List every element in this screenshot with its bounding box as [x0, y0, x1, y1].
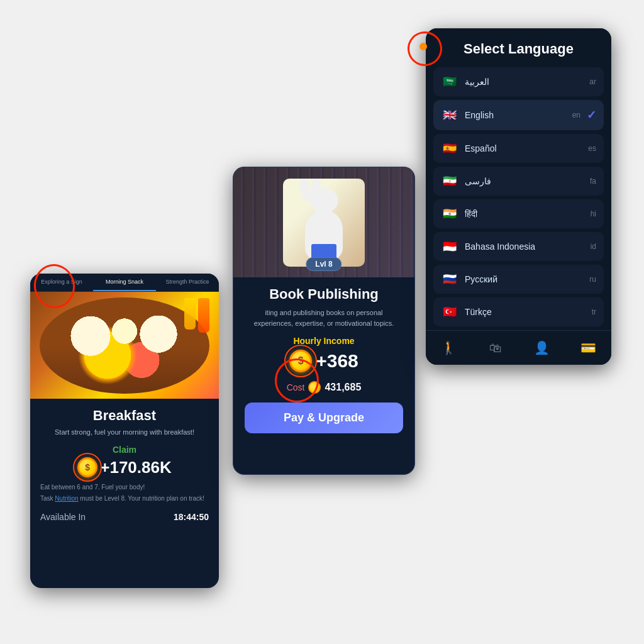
flag-en: 🇬🇧 [441, 109, 458, 121]
rabbit-art [283, 179, 365, 267]
nav-bag-icon[interactable]: 🛍 [487, 339, 504, 357]
language-title: Select Language [437, 41, 600, 57]
lang-item-fa[interactable]: 🇮🇷 فارسی fa [433, 167, 604, 196]
cost-coin-icon [308, 381, 321, 394]
cost-label: Cost [287, 382, 305, 392]
lang-name-ru: Русский [465, 274, 583, 284]
lang-item-es[interactable]: 🇪🇸 Español es [433, 134, 604, 163]
language-card: Select Language 🇸🇦 العربية ar 🇬🇧 English… [426, 28, 611, 365]
flag-hi: 🇮🇳 [441, 208, 458, 220]
rabbit-head [310, 188, 338, 213]
lang-item-id[interactable]: 🇮🇩 Bahasa Indonesia id [433, 232, 604, 261]
lang-name-id: Bahasa Indonesia [465, 242, 584, 252]
flag-ru: 🇷🇺 [441, 273, 458, 286]
lang-code-fa: fa [590, 177, 596, 186]
flag-fa: 🇮🇷 [441, 175, 458, 187]
nav-person-icon[interactable]: 👤 [533, 339, 550, 357]
breakfast-title: Breakfast [40, 408, 209, 424]
cost-amount: 431,685 [325, 382, 361, 393]
lang-item-hi[interactable]: 🇮🇳 हिंदी hi [433, 199, 604, 228]
lang-code-ru: ru [589, 275, 596, 284]
book-title: Book Publishing [245, 286, 403, 303]
nav-walk-icon[interactable]: 🚶 [440, 339, 458, 357]
available-label: Available In [40, 512, 86, 522]
book-reward-amount: +368 [316, 350, 358, 372]
task-text: Task Nutrition must be Level 8. Your nut… [40, 494, 209, 503]
drinks-decoration [184, 298, 209, 333]
breakfast-card: Exploring a Sign Morning Snack Strength … [30, 274, 219, 588]
nav-wallet-icon[interactable]: 💳 [579, 339, 597, 357]
flag-ar: 🇸🇦 [441, 75, 458, 88]
book-coin-circle [284, 345, 317, 377]
available-row: Available In 18:44:50 [40, 512, 209, 522]
coin-reward: $ +170.86K [40, 457, 209, 477]
book-card: Lvl 8 Book Publishing iting and publishi… [233, 167, 415, 475]
claim-label: Claim [40, 445, 209, 455]
lang-item-en[interactable]: 🇬🇧 English en ✓ [433, 100, 604, 130]
hourly-income-label: Hourly Income [245, 336, 403, 346]
tab-strength[interactable]: Strength Practice [156, 274, 219, 291]
bottom-nav: 🚶 🛍 👤 💳 [426, 330, 611, 365]
lang-name-en: English [465, 110, 566, 120]
check-icon-en: ✓ [587, 108, 596, 122]
flag-tr: 🇹🇷 [441, 306, 458, 318]
available-time: 18:44:50 [174, 512, 209, 522]
lang-item-tr[interactable]: 🇹🇷 Türkçe tr [433, 297, 604, 326]
coin-icon: $ [77, 457, 97, 477]
cost-row: Cost 431,685 [245, 381, 403, 394]
book-coin-reward: $ +368 [245, 350, 403, 372]
lang-code-id: id [591, 242, 596, 251]
pay-upgrade-button[interactable]: Pay & Upgrade [245, 402, 403, 433]
tab-exploring[interactable]: Exploring a Sign [30, 274, 93, 291]
lang-code-es: es [588, 144, 596, 153]
breakfast-body: Breakfast Start strong, fuel your mornin… [30, 399, 219, 531]
lang-name-hi: हिंदी [465, 209, 584, 219]
breakfast-tabs: Exploring a Sign Morning Snack Strength … [30, 274, 219, 292]
book-image-container: Lvl 8 [233, 167, 414, 277]
drink-cup [198, 298, 209, 333]
lang-name-es: Español [465, 143, 582, 153]
language-list: 🇸🇦 العربية ar 🇬🇧 English en ✓ 🇪🇸 Español… [426, 67, 611, 331]
lang-item-ar[interactable]: 🇸🇦 العربية ar [433, 67, 604, 96]
coin-circle-outline [73, 453, 102, 482]
breakfast-image [30, 292, 219, 399]
lang-code-en: en [572, 111, 580, 119]
lang-code-hi: hi [591, 209, 596, 218]
lang-item-ru[interactable]: 🇷🇺 Русский ru [433, 265, 604, 294]
lang-name-tr: Türkçe [465, 307, 586, 317]
level-badge: Lvl 8 [306, 257, 341, 271]
lang-code-ar: ar [589, 77, 596, 86]
lang-code-tr: tr [592, 308, 596, 316]
flag-id: 🇮🇩 [441, 240, 458, 253]
tab-morning-snack[interactable]: Morning Snack [93, 274, 156, 291]
breakfast-description: Start strong, fuel your morning with bre… [40, 428, 209, 437]
juice-cup [184, 298, 196, 330]
book-description: iting and publishing books on personal e… [245, 308, 403, 328]
eat-info-text: Eat between 6 and 7. Fuel your body! [40, 484, 209, 491]
flag-es: 🇪🇸 [441, 142, 458, 155]
lang-name-ar: العربية [465, 77, 583, 87]
nutrition-link[interactable]: Nutrition [55, 495, 78, 502]
book-coin-icon: $ [289, 350, 312, 372]
book-body: Book Publishing iting and publishing boo… [233, 277, 414, 442]
lang-name-fa: فارسی [465, 176, 584, 186]
breakfast-reward-amount: +170.86K [100, 458, 171, 477]
language-header: Select Language [426, 28, 611, 67]
